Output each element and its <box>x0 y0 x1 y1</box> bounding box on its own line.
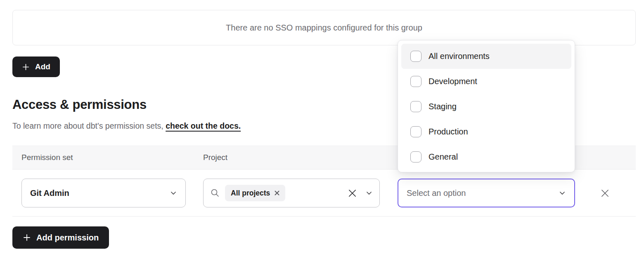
chevron-down-icon <box>365 189 373 197</box>
plus-icon <box>22 63 30 71</box>
chevron-down-icon <box>170 189 177 197</box>
description-text: To learn more about dbt's permission set… <box>12 121 163 130</box>
column-header-permission-set: Permission set <box>21 153 73 162</box>
option-label: Staging <box>429 102 457 111</box>
environment-placeholder: Select an option <box>407 188 466 198</box>
add-permission-button[interactable]: Add permission <box>12 226 109 249</box>
add-permission-label: Add permission <box>36 233 99 243</box>
clear-selection-icon[interactable] <box>348 188 357 198</box>
dropdown-option[interactable]: Staging <box>401 94 571 119</box>
option-checkbox[interactable] <box>410 101 421 112</box>
dropdown-option[interactable]: General <box>401 144 571 170</box>
option-checkbox[interactable] <box>410 126 421 137</box>
add-button-label: Add <box>35 62 50 71</box>
project-tag[interactable]: All projects <box>225 185 285 201</box>
chevron-down-icon <box>559 189 566 197</box>
option-checkbox[interactable] <box>410 151 421 162</box>
option-label: Development <box>429 77 477 86</box>
permission-set-value: Git Admin <box>30 188 69 198</box>
dropdown-option[interactable]: Production <box>401 119 571 144</box>
option-label: All environments <box>429 52 490 61</box>
option-label: Production <box>429 127 468 137</box>
option-label: General <box>429 152 458 162</box>
environment-dropdown-panel: All environments Development Staging Pro… <box>398 40 575 172</box>
permission-set-select[interactable]: Git Admin <box>21 179 186 207</box>
dropdown-option[interactable]: Development <box>401 69 571 94</box>
sso-empty-message: There are no SSO mappings configured for… <box>226 23 422 33</box>
group-settings-page: There are no SSO mappings configured for… <box>0 0 644 259</box>
environment-select[interactable]: Select an option <box>398 179 575 207</box>
tag-remove-icon[interactable] <box>275 191 279 195</box>
plus-icon <box>23 233 31 242</box>
option-checkbox[interactable] <box>410 51 421 62</box>
section-description: To learn more about dbt's permission set… <box>12 121 241 131</box>
add-sso-mapping-button[interactable]: Add <box>12 57 60 77</box>
column-header-project: Project <box>203 153 227 162</box>
project-multiselect[interactable]: All projects <box>203 179 380 207</box>
dropdown-option[interactable]: All environments <box>401 44 571 69</box>
project-tag-label: All projects <box>231 189 270 198</box>
environment-dropdown-list: All environments Development Staging Pro… <box>401 44 571 170</box>
option-checkbox[interactable] <box>410 76 421 87</box>
permission-row: Git Admin All projects <box>12 170 636 217</box>
docs-link[interactable]: check out the docs. <box>166 121 241 130</box>
page-title: Access & permissions <box>12 97 147 112</box>
search-icon <box>210 188 220 198</box>
remove-permission-row-button[interactable] <box>597 185 613 201</box>
